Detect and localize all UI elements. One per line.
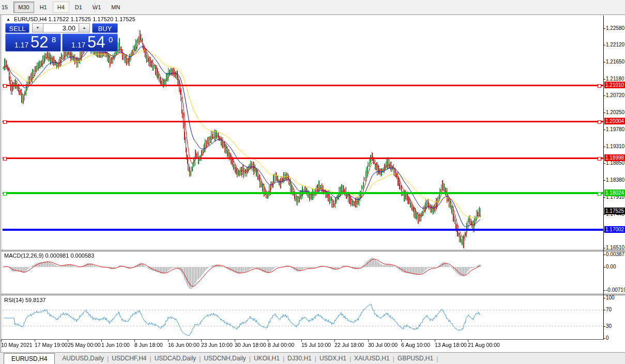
time-axis-line — [1, 339, 603, 340]
lot-increase-button[interactable]: ▲ — [79, 23, 90, 33]
price-tick-mark — [603, 113, 605, 113]
mt4-terminal: { "toolbar": {"buttons": ["15", "M30", "… — [0, 0, 625, 364]
time-tick-label: 1 Jun 10:00 — [101, 342, 130, 348]
price-level-tag: 1.18024 — [604, 189, 625, 196]
rsi-tick-label: 0 — [606, 335, 609, 341]
horizontal-level-line[interactable] — [3, 85, 603, 86]
time-tick-label: 13 Aug 18:00 — [435, 342, 467, 348]
timeframe-button-mn[interactable]: MN — [106, 2, 125, 13]
collapse-triangle-icon[interactable]: ▲ — [6, 17, 10, 22]
macd-label: MACD(12,26,9) 0.000981 0.000583 — [4, 252, 94, 259]
tab-usdchf-h4[interactable]: USDCHF,H4 — [109, 353, 149, 364]
price-tick-label: 1.19780 — [606, 126, 624, 132]
timeframe-button-d1[interactable]: D1 — [70, 2, 87, 13]
buy-price-box[interactable]: 1.17 54 0 — [62, 34, 118, 52]
price-level-tag: 1.17002 — [604, 226, 625, 233]
macd-tick-label: 0.00 — [606, 264, 616, 270]
tab-usdx-h1[interactable]: USDX,H1 — [316, 353, 349, 364]
macd-tick-mark — [603, 267, 605, 267]
tab-xauusd-h1[interactable]: XAUUSD,H1 — [351, 353, 393, 364]
buy-price-main: 54 — [87, 33, 105, 52]
buy-price-pip: 0 — [109, 35, 113, 44]
time-tick-label: 8 Jul 00:00 — [268, 342, 294, 348]
panel-splitter-line[interactable] — [1, 251, 625, 251]
price-tick-label: 1.21650 — [606, 59, 624, 65]
price-level-tag: 1.20004 — [604, 118, 625, 124]
rsi-tick-mark — [603, 338, 605, 339]
rsi-tick-label: 30 — [606, 323, 612, 329]
price-tick-label: 1.19310 — [606, 144, 624, 149]
line-handle[interactable] — [598, 120, 601, 124]
price-tick-mark — [603, 45, 605, 45]
chart-tab-bar: EURUSD,H4AUDUSD,Daily|USDCHF,H4|USDCAD,D… — [0, 352, 625, 364]
tab-dj30-h1[interactable]: DJ30,H1 — [284, 353, 315, 364]
price-level-tag: 1.18998 — [604, 154, 625, 161]
price-tick-label: 1.16510 — [606, 245, 624, 250]
horizontal-level-line[interactable] — [3, 157, 603, 159]
line-handle[interactable] — [3, 84, 7, 88]
price-tick-label: 1.21180 — [606, 76, 624, 82]
panel-splitter-line[interactable] — [1, 294, 625, 294]
time-tick-label: 10 May 2021 — [1, 342, 33, 348]
price-tick-mark — [603, 96, 605, 96]
line-handle[interactable] — [3, 120, 7, 124]
timeframe-button-w1[interactable]: W1 — [88, 2, 106, 13]
sell-price-main: 52 — [31, 33, 48, 52]
time-tick-label: 22 Jul 18:00 — [334, 342, 364, 348]
price-tick-mark — [603, 28, 605, 29]
time-tick-label: 25 May 00:00 — [68, 342, 101, 348]
symbol-ohlc-text: EURUSD,H4 1.17522 1.17525 1.17520 1.1752… — [14, 16, 135, 22]
timeframe-button-h4[interactable]: H4 — [53, 2, 69, 13]
price-tick-label: 1.22120 — [606, 42, 624, 48]
rsi-tick-label: 70 — [606, 307, 612, 312]
buy-button[interactable]: BUY — [92, 23, 118, 33]
price-tick-mark — [603, 147, 605, 147]
tab-eurusd-h4[interactable]: EURUSD,H4 — [4, 353, 55, 364]
rsi-indicator-chart[interactable] — [3, 296, 603, 339]
timeframe-button-m30[interactable]: M30 — [13, 2, 34, 13]
line-handle[interactable] — [598, 157, 601, 161]
time-tick-label: 21 Aug 00:00 — [468, 342, 500, 348]
rsi-tick-mark — [603, 326, 605, 327]
sell-price-pip: 8 — [52, 35, 56, 44]
tab-audusd-daily[interactable]: AUDUSD,Daily — [59, 353, 107, 364]
horizontal-level-line[interactable] — [3, 121, 603, 122]
price-tick-label: 1.20720 — [606, 92, 624, 98]
price-tick-label: 1.20250 — [606, 109, 624, 115]
rsi-tick-mark — [603, 310, 605, 310]
tab-usdcad-daily[interactable]: USDCAD,Daily — [151, 353, 200, 364]
panel-splitter-line[interactable] — [1, 295, 625, 295]
price-tick-mark — [603, 62, 605, 62]
timeframe-button-15[interactable]: 15 — [0, 2, 12, 13]
price-tick-mark — [603, 79, 605, 80]
macd-tick-mark — [603, 290, 605, 291]
price-tick-label: 1.22580 — [606, 25, 624, 31]
time-tick-label: 17 May 19:00 — [35, 342, 68, 348]
time-tick-label: 30 Jun 18:00 — [235, 342, 266, 348]
sell-price-box[interactable]: 1.17 52 8 — [5, 34, 61, 52]
price-axis-line — [603, 15, 604, 340]
macd-tick-mark — [603, 255, 605, 255]
horizontal-level-line[interactable] — [3, 192, 603, 194]
tab-usdcnh-daily[interactable]: USDCNH,Daily — [201, 353, 249, 364]
panel-splitter-line[interactable] — [1, 250, 625, 250]
line-handle[interactable] — [598, 84, 601, 88]
time-tick-label: 23 Jun 10:00 — [201, 342, 233, 348]
rsi-tick-label: 100 — [606, 295, 615, 300]
line-handle[interactable] — [598, 192, 601, 196]
line-handle[interactable] — [3, 157, 7, 161]
timeframe-button-h1[interactable]: H1 — [35, 2, 52, 13]
lot-size-input[interactable] — [43, 23, 79, 33]
tab-gbpusd-h1[interactable]: GBPUSD,H1 — [394, 353, 436, 364]
price-tick-mark — [603, 130, 605, 130]
horizontal-level-line[interactable] — [3, 229, 603, 231]
lot-decrease-button[interactable]: ▼ — [32, 23, 43, 33]
rsi-label: RSI(14) 59.8137 — [4, 297, 46, 303]
time-tick-label: 16 Jun 00:00 — [168, 342, 200, 348]
time-tick-label: 6 Aug 10:00 — [401, 342, 430, 348]
rsi-tick-mark — [603, 298, 605, 298]
sell-button[interactable]: SELL — [5, 23, 29, 33]
buy-price-prefix: 1.17 — [71, 41, 85, 49]
line-handle[interactable] — [3, 192, 7, 196]
tab-ukoil-h1[interactable]: UKOil,H1 — [251, 353, 283, 364]
